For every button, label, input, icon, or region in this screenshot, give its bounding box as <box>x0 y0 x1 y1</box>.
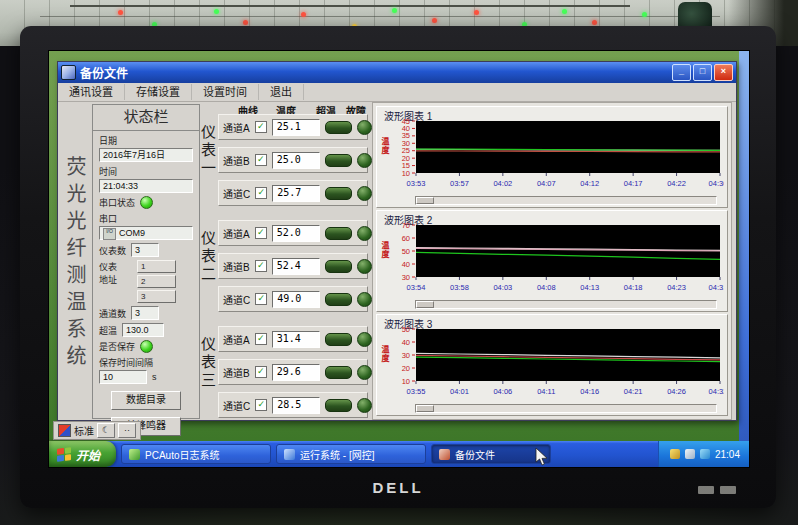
scrollbar-thumb[interactable] <box>416 405 434 412</box>
channel-row: 通道B ✓ 29.6 <box>218 359 368 385</box>
status-panel-header: 状态栏 <box>93 105 199 131</box>
instrument-name: 仪表一 <box>197 124 218 178</box>
chart-scrollbar[interactable] <box>415 196 717 205</box>
time-label: 时间 <box>99 165 193 178</box>
window-titlebar[interactable]: 备份文件 _ □ × <box>58 62 736 83</box>
curve-checkbox[interactable]: ✓ <box>255 366 267 378</box>
scrollbar-thumb[interactable] <box>416 197 434 204</box>
curve-checkbox[interactable]: ✓ <box>255 399 267 411</box>
svg-text:40: 40 <box>402 260 410 269</box>
indicator-light <box>592 20 597 25</box>
svg-text:30: 30 <box>402 273 410 282</box>
instrument-group-3: 仪表三 通道A ✓ 31.4 通道B ✓ 29.6 <box>192 326 370 426</box>
svg-text:04:12: 04:12 <box>580 179 599 188</box>
save-led <box>140 340 153 353</box>
overtemp-value[interactable]: 130.0 <box>122 323 164 337</box>
channel-count-value[interactable]: 3 <box>131 306 159 320</box>
overtemp-led <box>325 260 352 273</box>
minimize-button[interactable]: _ <box>672 64 691 81</box>
fault-led <box>357 398 372 413</box>
fault-led <box>357 153 372 168</box>
temperature-value: 25.7 <box>272 185 320 202</box>
maximize-button[interactable]: □ <box>693 64 712 81</box>
tray-icon[interactable] <box>670 449 680 459</box>
svg-text:04:08: 04:08 <box>537 283 556 292</box>
taskbar-task-3[interactable]: 备份文件 <box>431 444 551 464</box>
start-button[interactable]: 开始 <box>49 441 116 467</box>
curve-checkbox[interactable]: ✓ <box>255 121 267 133</box>
temperature-value: 31.4 <box>272 331 320 348</box>
svg-text:60: 60 <box>402 234 410 243</box>
svg-text:04:13: 04:13 <box>580 283 599 292</box>
curve-checkbox[interactable]: ✓ <box>255 333 267 345</box>
chart-scrollbar[interactable] <box>415 300 717 309</box>
fault-led <box>357 186 372 201</box>
svg-text:04:16: 04:16 <box>580 387 599 396</box>
task-label: PCAuto日志系统 <box>145 447 219 462</box>
indicator-light <box>392 8 397 13</box>
svg-text:04:26: 04:26 <box>667 387 686 396</box>
scrollbar-thumb[interactable] <box>416 301 434 308</box>
moon-icon-button[interactable]: ☾ <box>97 423 115 438</box>
instrument-count-value[interactable]: 3 <box>131 243 159 257</box>
volume-icon[interactable] <box>700 449 710 459</box>
svg-text:04:30: 04:30 <box>709 179 724 188</box>
window-title: 备份文件 <box>80 64 128 81</box>
system-tray: 21:04 <box>658 441 749 467</box>
menu-exit[interactable]: 退出 <box>259 84 304 100</box>
serial-label: 串口 <box>99 212 193 225</box>
menu-storage-settings[interactable]: 存储设置 <box>125 84 192 100</box>
tray-icon[interactable] <box>685 449 695 459</box>
mouse-cursor <box>535 447 549 467</box>
menu-set-time[interactable]: 设置时间 <box>192 84 259 100</box>
taskbar: 开始 PCAuto日志系统 运行系统 - [网控] 备份文件 21:04 <box>49 441 749 467</box>
channel-label: 通道A <box>223 120 250 135</box>
status-panel: 状态栏 日期 2016年7月16日 时间 21:04:33 串口状态 串口 I/… <box>92 104 200 419</box>
curve-checkbox[interactable]: ✓ <box>255 227 267 239</box>
overtemp-led <box>325 399 352 412</box>
svg-text:04:07: 04:07 <box>537 179 556 188</box>
svg-text:04:21: 04:21 <box>624 387 643 396</box>
curve-checkbox[interactable]: ✓ <box>255 293 267 305</box>
curve-checkbox[interactable]: ✓ <box>255 187 267 199</box>
taskbar-task-2[interactable]: 运行系统 - [网控] <box>276 444 426 464</box>
indicator-light <box>301 12 306 17</box>
labview-toolbar: 标准 ☾ ·· <box>53 421 141 440</box>
save-interval-value[interactable]: 10 <box>99 370 147 384</box>
address-input-2[interactable]: 2 <box>137 275 176 288</box>
serial-status-label: 串口状态 <box>99 196 135 209</box>
overtemp-led <box>325 293 352 306</box>
overtemp-led <box>325 187 352 200</box>
time-value: 21:04:33 <box>99 179 193 193</box>
waveform-chart-1: 波形图表 1 温度 101520253035404503:5303:5704:0… <box>376 106 728 208</box>
svg-text:30: 30 <box>402 351 410 360</box>
chart-scrollbar[interactable] <box>415 404 717 413</box>
curve-checkbox[interactable]: ✓ <box>255 154 267 166</box>
dell-logo: DELL <box>20 479 776 496</box>
bus-line <box>70 5 630 7</box>
temperature-value: 25.0 <box>272 152 320 169</box>
svg-text:03:57: 03:57 <box>450 179 469 188</box>
svg-text:04:02: 04:02 <box>493 179 512 188</box>
charts-column: 波形图表 1 温度 101520253035404503:5303:5704:0… <box>372 102 732 420</box>
task-icon <box>129 449 140 460</box>
address-input-1[interactable]: 1 <box>137 260 176 273</box>
svg-text:20: 20 <box>402 364 410 373</box>
bezel-sticker <box>720 486 736 494</box>
waveform-chart-3: 波形图表 3 温度 102030405003:5504:0104:0604:11… <box>376 314 728 416</box>
indicator-light <box>432 18 437 23</box>
temperature-value: 28.5 <box>272 397 320 414</box>
close-button[interactable]: × <box>714 64 733 81</box>
svg-text:04:11: 04:11 <box>537 387 555 396</box>
curve-checkbox[interactable]: ✓ <box>255 260 267 272</box>
taskbar-task-1[interactable]: PCAuto日志系统 <box>121 444 271 464</box>
data-directory-button[interactable]: 数据目录 <box>111 391 181 410</box>
svg-text:04:03: 04:03 <box>493 283 512 292</box>
overtemp-led <box>325 333 352 346</box>
dots-button[interactable]: ·· <box>118 423 136 438</box>
serial-port-select[interactable]: I/OCOM9 <box>99 226 193 240</box>
channel-label: 通道B <box>223 259 250 274</box>
address-input-3[interactable]: 3 <box>137 290 176 303</box>
tray-clock: 21:04 <box>715 449 740 460</box>
menu-comm-settings[interactable]: 通讯设置 <box>58 84 125 100</box>
